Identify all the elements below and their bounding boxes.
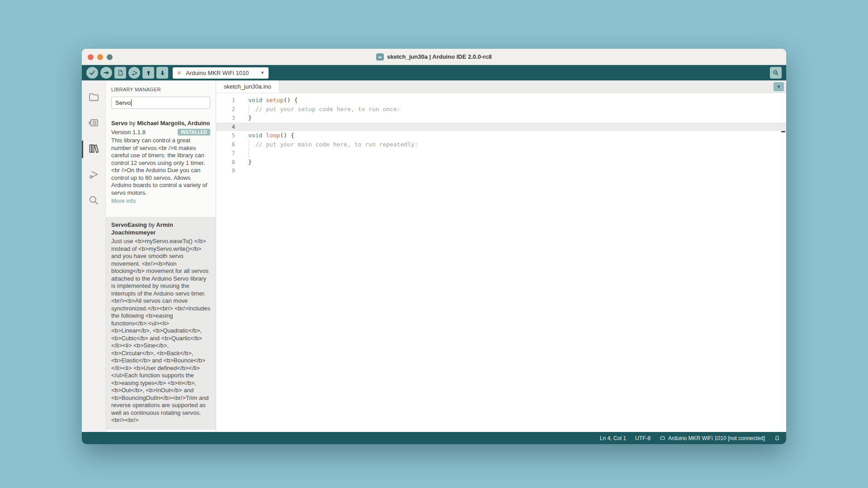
line-number: 8	[216, 158, 235, 167]
window-title-group: ∞ sketch_jun30a | Arduino IDE 2.0.0-rc8	[376, 53, 491, 61]
sidebar-item-debugger[interactable]	[82, 162, 105, 188]
library-description: Just use <b>myServo.easeTo() </b> instea…	[111, 238, 210, 424]
code-line-5[interactable]: 5void loop() {	[216, 131, 786, 140]
search-icon	[88, 194, 99, 208]
library-search-input[interactable]: Servo	[111, 97, 210, 109]
line-number: 4	[216, 122, 235, 131]
line-number: 9	[216, 166, 235, 175]
arrow-up-icon	[145, 70, 152, 76]
text-cursor	[131, 99, 132, 106]
library-list: Servo by Michael Margolis, Arduino Versi…	[106, 115, 216, 432]
board-connection-status[interactable]: Arduino MKR WiFi 1010 [not connected]	[660, 435, 765, 441]
code-text: // put your main code here, to run repea…	[248, 140, 418, 149]
sketch-document-icon: ∞	[376, 53, 384, 61]
library-entry-title: Servo by Michael Margolis, Arduino	[111, 119, 210, 127]
library-version: Version 1.1.8	[111, 129, 146, 136]
code-text: }	[248, 158, 252, 167]
verify-check-icon	[89, 69, 96, 76]
code-line-7[interactable]: 7	[216, 149, 786, 158]
sidebar-item-library-manager[interactable]	[82, 136, 105, 162]
line-number: 1	[216, 96, 235, 105]
arduino-ide-window: ∞ sketch_jun30a | Arduino IDE 2.0.0-rc8	[82, 49, 786, 444]
line-number: 6	[216, 140, 235, 149]
chevron-down-icon: ▼	[260, 70, 264, 75]
arrow-down-icon	[159, 70, 166, 76]
sketchbook-folder-icon	[88, 91, 100, 105]
library-manager-icon	[88, 142, 100, 156]
board-icon	[660, 435, 665, 441]
window-title: sketch_jun30a | Arduino IDE 2.0.0-rc8	[387, 53, 491, 60]
title-bar[interactable]: ∞ sketch_jun30a | Arduino IDE 2.0.0-rc8	[82, 49, 786, 65]
activity-bar	[82, 80, 106, 432]
library-description: This library can control a great number …	[111, 137, 210, 197]
editor-area: sketch_jun30a.ino ▼ 1void setup() {2 // …	[216, 80, 786, 432]
serial-monitor-icon	[772, 69, 779, 76]
board-selector-dropdown[interactable]: ✕ Arduino MKR WiFi 1010 ▼	[173, 67, 269, 79]
board-selector-label: Arduino MKR WiFi 1010	[186, 70, 256, 76]
code-text: // put your setup code here, to run once…	[248, 105, 401, 114]
serial-monitor-button[interactable]	[770, 67, 782, 79]
code-text: }	[248, 113, 252, 122]
sidebar-item-search[interactable]	[82, 188, 105, 214]
status-bar: Ln 4, Col 1 UTF-8 Arduino MKR WiFi 1010 …	[82, 432, 786, 444]
code-text: void setup() {	[248, 96, 298, 105]
save-button[interactable]	[156, 67, 168, 79]
library-entry-title: ServoEasing by Armin Joachimsmeyer	[111, 221, 210, 236]
code-line-8[interactable]: 8}	[216, 158, 786, 167]
debugger-icon	[88, 169, 99, 182]
code-line-4[interactable]: 4	[216, 122, 786, 131]
code-text: void loop() {	[248, 131, 294, 140]
more-info-link[interactable]: More info	[111, 197, 210, 204]
code-line-9[interactable]: 9	[216, 166, 786, 175]
verify-button[interactable]	[86, 67, 98, 79]
debug-button[interactable]	[128, 67, 140, 79]
editor-tab-bar: sketch_jun30a.ino ▼	[216, 80, 786, 93]
deselect-board-icon[interactable]: ✕	[177, 70, 182, 76]
arrow-right-icon	[103, 69, 110, 76]
scrollbar-marker	[781, 131, 785, 132]
library-manager-panel: LIBRARY MANAGER Servo Servo by Michael M…	[106, 80, 216, 432]
debug-bug-icon	[131, 69, 138, 77]
boards-manager-icon	[88, 117, 100, 131]
code-line-3[interactable]: 3}	[216, 113, 786, 122]
encoding-status[interactable]: UTF-8	[635, 435, 651, 441]
upload-button[interactable]	[100, 67, 112, 79]
code-line-6[interactable]: 6 // put your main code here, to run rep…	[216, 140, 786, 149]
document-icon	[117, 69, 124, 76]
library-entry-servo[interactable]: Servo by Michael Margolis, Arduino Versi…	[106, 115, 216, 210]
tab-sketch-jun30a[interactable]: sketch_jun30a.ino	[216, 80, 279, 93]
library-entry-servoeasing[interactable]: ServoEasing by Armin Joachimsmeyer Just …	[106, 217, 216, 430]
notifications-bell-icon[interactable]	[774, 435, 780, 441]
line-number: 2	[216, 105, 235, 114]
close-window-button[interactable]	[88, 54, 94, 60]
traffic-lights	[88, 54, 113, 60]
search-input-value: Servo	[115, 99, 131, 106]
code-line-1[interactable]: 1void setup() {	[216, 96, 786, 105]
sidebar-item-boards-manager[interactable]	[82, 111, 105, 136]
minimize-window-button[interactable]	[97, 54, 103, 60]
main-area: LIBRARY MANAGER Servo Servo by Michael M…	[82, 80, 786, 432]
line-number: 3	[216, 113, 235, 122]
open-button[interactable]	[142, 67, 154, 79]
line-number: 7	[216, 149, 235, 158]
panel-title: LIBRARY MANAGER	[111, 87, 210, 92]
zoom-window-button[interactable]	[107, 54, 113, 60]
code-line-2[interactable]: 2 // put your setup code here, to run on…	[216, 105, 786, 114]
toolbar: ✕ Arduino MKR WiFi 1010 ▼	[82, 65, 786, 80]
line-number: 5	[216, 131, 235, 140]
installed-badge: INSTALLED	[178, 129, 210, 136]
new-sketch-button[interactable]	[114, 67, 126, 79]
sidebar-item-sketchbook[interactable]	[82, 85, 105, 111]
tab-options-button[interactable]: ▼	[774, 82, 784, 91]
cursor-position-status[interactable]: Ln 4, Col 1	[600, 435, 626, 441]
code-editor[interactable]: 1void setup() {2 // put your setup code …	[216, 93, 786, 432]
chevron-down-icon: ▼	[777, 84, 781, 89]
